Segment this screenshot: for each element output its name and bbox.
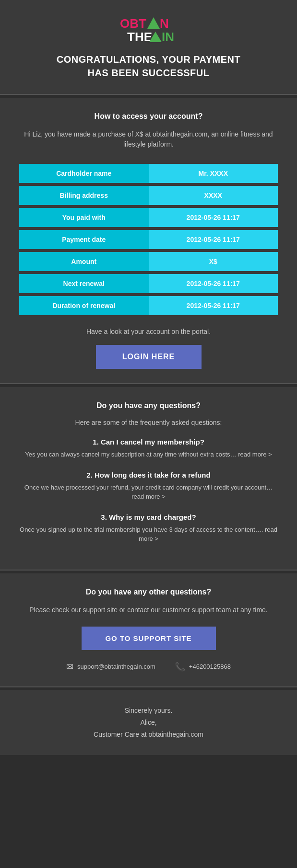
field-value: 2012-05-26 11:17 <box>149 230 278 249</box>
field-label: Cardholder name <box>19 164 149 183</box>
svg-text:THE: THE <box>127 30 152 43</box>
header-section: OBT N THE IN CONGRATULATIONS, YOUR PAYME… <box>0 0 297 95</box>
svg-text:IN: IN <box>162 30 174 43</box>
faq-items: 1. Can I cancel my membership? Yes you c… <box>19 438 278 544</box>
faq-intro: Here are some of the frequently asked qu… <box>19 419 278 426</box>
table-row: Billing address XXXX <box>19 186 278 205</box>
footer-line3: Customer Care at obtainthegain.com <box>94 731 203 738</box>
phone-contact: 📞 +46200125868 <box>175 662 231 672</box>
logo: OBT N THE IN <box>10 14 287 45</box>
field-label: Amount <box>19 252 149 271</box>
account-intro: Hi Liz, you have made a purchase of X$ a… <box>19 129 278 149</box>
footer-line1: Sincerely yours. <box>125 707 173 714</box>
field-label: You paid with <box>19 208 149 227</box>
field-label: Duration of renewal <box>19 296 149 315</box>
field-label: Billing address <box>19 186 149 205</box>
table-row: Duration of renewal 2012-05-26 11:17 <box>19 296 278 315</box>
portal-text: Have a look at your account on the porta… <box>19 328 278 335</box>
faq-item: 2. How long does it take for a refund On… <box>19 471 278 502</box>
footer-line2: Alice, <box>140 719 156 726</box>
email-address: support@obtainthegain.com <box>77 663 155 670</box>
footer-section: Sincerely yours. Alice, Customer Care at… <box>0 690 297 755</box>
faq-item: 3. Why is my card charged? Once you sign… <box>19 513 278 544</box>
field-value: 2012-05-26 11:17 <box>149 296 278 315</box>
table-row: Next renewal 2012-05-26 11:17 <box>19 274 278 293</box>
field-value: 2012-05-26 11:17 <box>149 274 278 293</box>
field-value: Mr. XXXX <box>149 164 278 183</box>
support-section: Do you have any other questions? Please … <box>0 573 297 687</box>
support-description: Please check our support site or contact… <box>19 605 278 615</box>
faq-question: 3. Why is my card charged? <box>19 513 278 521</box>
faq-section: Do you have any questions? Here are some… <box>0 387 297 571</box>
email-contact: ✉ support@obtainthegain.com <box>66 662 155 672</box>
table-row: Payment date 2012-05-26 11:17 <box>19 230 278 249</box>
support-button[interactable]: GO TO SUPPORT SITE <box>82 627 216 650</box>
svg-marker-1 <box>147 17 160 29</box>
account-heading: How to access your account? <box>19 112 278 121</box>
phone-number: +46200125868 <box>189 663 231 670</box>
faq-answer: Yes you can always cancel my subscriptio… <box>19 450 278 459</box>
field-value: 2012-05-26 11:17 <box>149 208 278 227</box>
table-row: Cardholder name Mr. XXXX <box>19 164 278 183</box>
table-row: You paid with 2012-05-26 11:17 <box>19 208 278 227</box>
account-section: How to access your account? Hi Liz, you … <box>0 98 297 384</box>
faq-item: 1. Can I cancel my membership? Yes you c… <box>19 438 278 459</box>
field-value: X$ <box>149 252 278 271</box>
footer-text: Sincerely yours. Alice, Customer Care at… <box>19 705 278 741</box>
field-label: Payment date <box>19 230 149 249</box>
svg-text:OBT: OBT <box>120 16 146 31</box>
email-icon: ✉ <box>66 662 73 672</box>
table-row: Amount X$ <box>19 252 278 271</box>
field-label: Next renewal <box>19 274 149 293</box>
info-table: Cardholder name Mr. XXXX Billing address… <box>19 161 278 318</box>
contact-row: ✉ support@obtainthegain.com 📞 +462001258… <box>19 662 278 672</box>
support-heading: Do you have any other questions? <box>19 588 278 596</box>
faq-question: 2. How long does it take for a refund <box>19 471 278 479</box>
field-value: XXXX <box>149 186 278 205</box>
svg-text:N: N <box>160 16 169 31</box>
header-title: CONGRATULATIONS, YOUR PAYMENT HAS BEEN S… <box>10 53 287 80</box>
faq-question: 1. Can I cancel my membership? <box>19 438 278 446</box>
faq-answer: Once you signed up to the trial membersh… <box>19 525 278 544</box>
login-button[interactable]: LOGIN HERE <box>96 345 202 369</box>
faq-heading: Do you have any questions? <box>19 401 278 410</box>
faq-answer: Once we have processed your refund, your… <box>19 483 278 502</box>
phone-icon: 📞 <box>175 662 185 672</box>
